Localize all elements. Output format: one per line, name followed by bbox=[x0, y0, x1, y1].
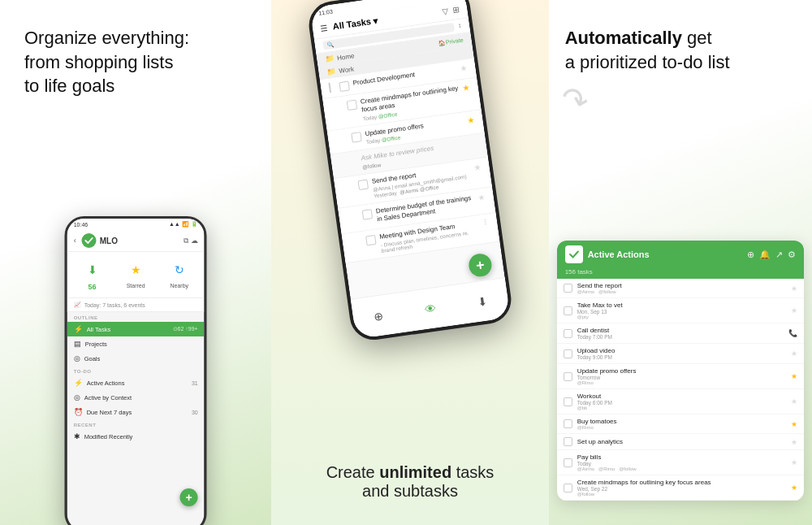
sort-icon[interactable]: ↕ bbox=[458, 22, 462, 31]
task-star-5[interactable]: ★ bbox=[477, 193, 486, 202]
quick-item-inbox[interactable]: ⬇ 56 bbox=[81, 258, 104, 291]
copy-icon[interactable]: ⧉ bbox=[184, 236, 188, 245]
widget-share-icon[interactable]: ↗ bbox=[775, 249, 783, 260]
quick-access-bar: ⬇ 56 ★ Starred ↻ Nearby bbox=[67, 252, 205, 298]
widget-star-4[interactable]: ★ bbox=[791, 372, 797, 380]
center-screen: 11:03 ▲ 📶 🔋 ☰ All Tasks ▾ ▽ ⊞ 🔍 ↕ 📁 Hom bbox=[309, 0, 510, 339]
inbox-icon: ⬇ bbox=[81, 258, 104, 281]
sidebar-goals[interactable]: ◎ Goals bbox=[67, 351, 205, 366]
widget-star-7[interactable]: ★ bbox=[791, 438, 797, 446]
nav-inbox-icon[interactable]: ⬇ bbox=[477, 294, 488, 309]
app-header: ‹ MLO ⧉ ☁ bbox=[67, 230, 205, 252]
widget-item-7: Set up analytics ★ bbox=[557, 434, 804, 450]
grid-icon[interactable]: ⊞ bbox=[452, 5, 460, 15]
modified-icon: ✱ bbox=[74, 432, 80, 440]
widget-item-0: Send the report @Airms @follow ★ bbox=[557, 279, 804, 298]
headline-line2: from shopping lists bbox=[24, 52, 173, 72]
headline-line1: Organize everything: bbox=[24, 28, 189, 48]
widget-subtitle: 156 tasks bbox=[557, 268, 804, 279]
widget-star-6[interactable]: ★ bbox=[791, 420, 797, 428]
sidebar-projects[interactable]: ▤ Projects bbox=[67, 336, 205, 351]
more-icon[interactable]: ⋮ bbox=[482, 218, 489, 226]
task-checkbox-3[interactable] bbox=[351, 132, 362, 143]
task-star[interactable]: ★ bbox=[460, 63, 468, 73]
task-checkbox-6[interactable] bbox=[365, 235, 377, 246]
quick-item-nearby[interactable]: ↻ Nearby bbox=[168, 258, 191, 291]
widget-task-8: Pay bills Today @Airms @Rimo @follow bbox=[577, 453, 786, 471]
indent4 bbox=[339, 155, 356, 158]
filter-icon[interactable]: ▽ bbox=[442, 7, 449, 16]
indent7 bbox=[350, 236, 361, 237]
todo-section-label: To-Do bbox=[67, 366, 205, 375]
widget-add-icon[interactable]: ⊕ bbox=[747, 249, 754, 260]
curved-arrow-icon: ↷ bbox=[556, 78, 593, 121]
widget-bell-icon[interactable]: 🔔 bbox=[759, 249, 771, 260]
widget-star-3[interactable]: ★ bbox=[791, 349, 797, 358]
widget-cb-2[interactable] bbox=[564, 329, 572, 338]
panel-2: 11:03 ▲ 📶 🔋 ☰ All Tasks ▾ ▽ ⊞ 🔍 ↕ 📁 Hom bbox=[271, 0, 548, 525]
widget-star-0[interactable]: ★ bbox=[791, 284, 797, 293]
sidebar-due-7days[interactable]: ⏰ Due Next 7 days 30 bbox=[67, 405, 205, 419]
center-nav-bar: ⊕ 👁 ⬇ bbox=[351, 277, 511, 339]
nav-add-icon[interactable]: ⊕ bbox=[373, 309, 384, 323]
indent bbox=[328, 82, 336, 93]
widget-star-5[interactable]: ★ bbox=[791, 397, 797, 406]
widget-task-9: Create mindmaps for outlining key focus … bbox=[577, 479, 786, 497]
widget-star-8[interactable]: ★ bbox=[791, 458, 797, 466]
create-text: Create bbox=[326, 463, 380, 481]
widget-cb-7[interactable] bbox=[564, 437, 572, 446]
widget-star-1[interactable]: ★ bbox=[791, 306, 797, 315]
widget-task-3: Upload video Today 9:00 PM bbox=[577, 347, 786, 360]
sidebar-active-actions[interactable]: ⚡ Active Actions 31 bbox=[67, 375, 205, 390]
task-star-3[interactable]: ★ bbox=[467, 115, 475, 124]
fab-button[interactable]: + bbox=[180, 488, 198, 506]
active-actions-icon: ⚡ bbox=[74, 379, 83, 387]
indent6 bbox=[347, 210, 358, 211]
prioritized-text: a prioritized to-do list bbox=[565, 52, 730, 72]
home-badge: 🏠Private bbox=[438, 37, 464, 46]
panel-3: Automatically get a prioritized to-do li… bbox=[549, 0, 812, 525]
widget-cb-3[interactable] bbox=[564, 349, 572, 358]
widget-task-5: Workout Today 6:00 PM @bb bbox=[577, 393, 786, 410]
cloud-icon[interactable]: ☁ bbox=[191, 236, 198, 245]
widget-header: Active Actions ⊕ 🔔 ↗ ⚙ bbox=[557, 241, 804, 268]
widget-item-8: Pay bills Today @Airms @Rimo @follow ★ bbox=[557, 450, 804, 475]
task-star-2[interactable]: ★ bbox=[462, 83, 470, 93]
widget-task-4: Update promo offers Tomorrow @Rimo bbox=[577, 367, 786, 385]
widget-action-icons: ⊕ 🔔 ↗ ⚙ bbox=[747, 249, 796, 260]
sidebar-active-context[interactable]: ◎ Active by Context bbox=[67, 390, 205, 405]
auto-text: Automatically bbox=[565, 28, 682, 48]
phone-mockup-1: 10:46 ▲▲ 📶 🔋 ‹ MLO ⧉ ☁ ⬇ 56 bbox=[65, 216, 207, 525]
sidebar-modified[interactable]: ✱ Modified Recently bbox=[67, 429, 205, 444]
widget-task-7: Set up analytics bbox=[577, 438, 786, 445]
task-checkbox-5[interactable] bbox=[362, 209, 374, 220]
widget-cb-6[interactable] bbox=[564, 419, 572, 428]
status-time: 10:46 bbox=[74, 222, 89, 228]
app-logo bbox=[82, 233, 97, 248]
widget-cb-0[interactable] bbox=[564, 284, 572, 293]
widget-star-9[interactable]: ★ bbox=[791, 484, 797, 492]
task-checkbox-4[interactable] bbox=[357, 179, 369, 190]
nav-eye-icon[interactable]: 👁 bbox=[424, 302, 437, 316]
task-checkbox[interactable] bbox=[339, 81, 350, 93]
widget-cb-4[interactable] bbox=[564, 372, 572, 381]
sidebar-all-tasks[interactable]: ⚡ All Tasks ⊙62 ↑99+ bbox=[67, 322, 205, 336]
star-icon: ★ bbox=[124, 258, 147, 281]
panel1-headline: Organize everything: from shopping lists… bbox=[24, 26, 189, 115]
goals-icon: ◎ bbox=[74, 354, 80, 362]
all-tasks-icon: ⚡ bbox=[74, 325, 83, 333]
task-star-4[interactable]: ★ bbox=[473, 162, 482, 171]
widget-cb-8[interactable] bbox=[564, 458, 572, 467]
center-fab-button[interactable]: + bbox=[468, 252, 494, 278]
widget-cb-1[interactable] bbox=[564, 306, 572, 315]
menu-icon[interactable]: ☰ bbox=[320, 24, 328, 33]
widget-settings-icon[interactable]: ⚙ bbox=[788, 249, 796, 260]
recent-section-label: Recent bbox=[67, 419, 205, 429]
nearby-icon: ↻ bbox=[168, 258, 191, 281]
headline-line3: to life goals bbox=[24, 76, 114, 96]
widget-cb-5[interactable] bbox=[564, 397, 572, 406]
widget-cb-9[interactable] bbox=[564, 484, 572, 492]
back-icon[interactable]: ‹ bbox=[74, 236, 76, 245]
quick-item-starred[interactable]: ★ Starred bbox=[124, 258, 147, 291]
task-checkbox-2[interactable] bbox=[347, 99, 358, 111]
